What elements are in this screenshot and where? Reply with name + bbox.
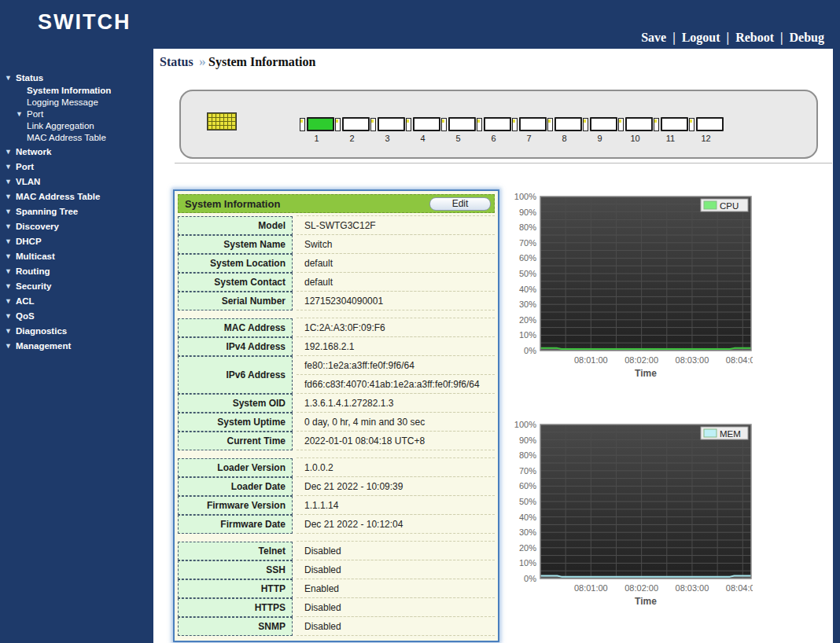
sidebar-item-routing[interactable]: ▼Routing: [0, 265, 153, 277]
port-led-icon: [654, 118, 659, 131]
sidebar-item-status[interactable]: ▼Status: [0, 72, 153, 84]
breadcrumb-section[interactable]: Status: [160, 55, 193, 68]
port-connector: [378, 117, 405, 131]
svg-text:08:04:00: 08:04:00: [726, 355, 753, 365]
port-6[interactable]: 6: [476, 117, 511, 143]
debug-link[interactable]: Debug: [785, 31, 829, 44]
field-values: Disabled: [297, 598, 495, 617]
port-5[interactable]: 5: [440, 117, 476, 143]
table-row: System OID1.3.6.1.4.1.27282.1.3: [178, 394, 495, 413]
field-value: 1.0.0.2: [297, 457, 495, 477]
sidebar-item-port[interactable]: ▼Port: [0, 160, 153, 173]
port-number: 12: [701, 134, 710, 143]
port-8[interactable]: 8: [547, 117, 582, 143]
port-3[interactable]: 3: [370, 117, 405, 143]
sidebar-item-label: System Information: [27, 86, 111, 95]
port-11[interactable]: 11: [653, 117, 688, 143]
field-values: 0 day, 0 hr, 4 min and 30 sec: [297, 413, 495, 432]
chevron-down-icon: ▼: [5, 312, 16, 320]
svg-text:50%: 50%: [519, 497, 536, 506]
table-row: System Contactdefault: [178, 273, 495, 292]
sidebar-item-network[interactable]: ▼Network: [0, 145, 153, 158]
port-1[interactable]: 1: [299, 117, 334, 143]
port-number: 11: [666, 134, 675, 143]
field-label: IPv6 Address: [178, 356, 293, 394]
page-title: System Information: [208, 55, 315, 68]
sidebar-nav: ▼StatusSystem InformationLogging Message…: [0, 72, 153, 352]
svg-text:50%: 50%: [519, 269, 536, 278]
svg-text:80%: 80%: [519, 450, 536, 460]
sidebar-item-link-aggregation[interactable]: Link Aggregation: [0, 119, 153, 131]
port-connector: [554, 117, 582, 131]
sidebar-item-logging-message[interactable]: Logging Message: [0, 96, 153, 108]
sidebar-item-label: Security: [16, 281, 51, 291]
svg-text:60%: 60%: [519, 481, 536, 491]
chart-mem-svg: 0%10%20%30%40%50%60%70%80%90%100%08:01:0…: [506, 420, 753, 610]
sidebar-item-vlan[interactable]: ▼VLAN: [0, 175, 153, 188]
port-number: 9: [597, 134, 602, 143]
top-bar: Save|Logout|Reboot|Debug: [153, 0, 840, 49]
svg-text:0%: 0%: [524, 346, 536, 355]
port-9[interactable]: 9: [582, 117, 617, 143]
edit-button[interactable]: Edit: [429, 197, 491, 211]
port-10[interactable]: 10: [617, 117, 653, 143]
port-led-icon: [618, 118, 624, 131]
table-row: HTTPEnabled: [178, 579, 495, 598]
chevron-down-icon: ▼: [5, 342, 16, 350]
chevron-down-icon: ▼: [5, 148, 16, 156]
save-link[interactable]: Save: [636, 31, 671, 44]
table-row: System Uptime0 day, 0 hr, 4 min and 30 s…: [178, 413, 495, 432]
svg-text:30%: 30%: [519, 527, 536, 537]
sidebar-item-mac-address-table[interactable]: ▼MAC Address Table: [0, 190, 153, 203]
field-value: 2022-01-01 08:04:18 UTC+8: [297, 431, 495, 450]
port-number: 6: [491, 134, 496, 143]
info-section: TelnetDisabledSSHDisabledHTTPEnabledHTTP…: [178, 542, 495, 636]
table-row: System NameSwitch: [178, 235, 495, 254]
chevron-down-icon: ▼: [5, 208, 16, 215]
chevron-down-icon: ▼: [5, 252, 16, 260]
sidebar-item-qos[interactable]: ▼QoS: [0, 310, 153, 322]
cpu-usage-chart: 0%10%20%30%40%50%60%70%80%90%100%08:01:0…: [506, 192, 753, 385]
sidebar-item-spanning-tree[interactable]: ▼Spanning Tree: [0, 205, 153, 218]
logout-link[interactable]: Logout: [677, 31, 725, 44]
port-connector: [484, 117, 511, 131]
table-row: SSHDisabled: [178, 560, 495, 579]
chevron-down-icon: ▼: [5, 178, 16, 186]
sidebar-item-label: Diagnostics: [16, 326, 67, 336]
svg-text:CPU: CPU: [720, 201, 739, 211]
vent-dot: [224, 114, 227, 117]
sidebar-item-multicast[interactable]: ▼Multicast: [0, 250, 153, 263]
field-value: Disabled: [297, 541, 495, 560]
field-values: 1.0.0.2: [297, 458, 495, 477]
sidebar-item-management[interactable]: ▼Management: [0, 340, 153, 352]
field-value: 0 day, 0 hr, 4 min and 30 sec: [297, 412, 495, 432]
port-4[interactable]: 4: [405, 117, 440, 143]
sidebar-item-port[interactable]: ▼Port: [0, 108, 153, 119]
sidebar-item-mac-address-table[interactable]: MAC Address Table: [0, 131, 153, 143]
field-label: System Location: [178, 254, 293, 273]
sidebar-item-system-information[interactable]: System Information: [0, 84, 153, 96]
sidebar-item-security[interactable]: ▼Security: [0, 280, 153, 292]
vent-dot: [232, 126, 235, 129]
svg-text:08:02:00: 08:02:00: [624, 355, 658, 365]
port-2[interactable]: 2: [334, 117, 370, 143]
sidebar-item-label: MAC Address Table: [27, 133, 106, 142]
port-7[interactable]: 7: [511, 117, 547, 143]
field-label: Firmware Version: [178, 496, 293, 515]
sidebar-item-discovery[interactable]: ▼Discovery: [0, 220, 153, 233]
legend: CPU: [701, 199, 748, 211]
table-row: Loader DateDec 21 2022 - 10:09:39: [178, 477, 495, 496]
field-value: 1.1.1.14: [297, 495, 495, 515]
sidebar-item-dhcp[interactable]: ▼DHCP: [0, 235, 153, 248]
sidebar-item-acl[interactable]: ▼ACL: [0, 295, 153, 307]
memory-usage-chart: 0%10%20%30%40%50%60%70%80%90%100%08:01:0…: [506, 420, 753, 613]
field-label: System Name: [178, 235, 293, 254]
svg-text:10%: 10%: [519, 558, 536, 568]
port-graphic: [547, 117, 582, 131]
sidebar-item-diagnostics[interactable]: ▼Diagnostics: [0, 325, 153, 337]
field-value: Dec 21 2022 - 10:09:39: [297, 476, 495, 496]
field-values: Enabled: [297, 579, 495, 598]
reboot-link[interactable]: Reboot: [731, 31, 779, 44]
port-12[interactable]: 12: [688, 117, 724, 143]
svg-text:90%: 90%: [519, 208, 536, 217]
